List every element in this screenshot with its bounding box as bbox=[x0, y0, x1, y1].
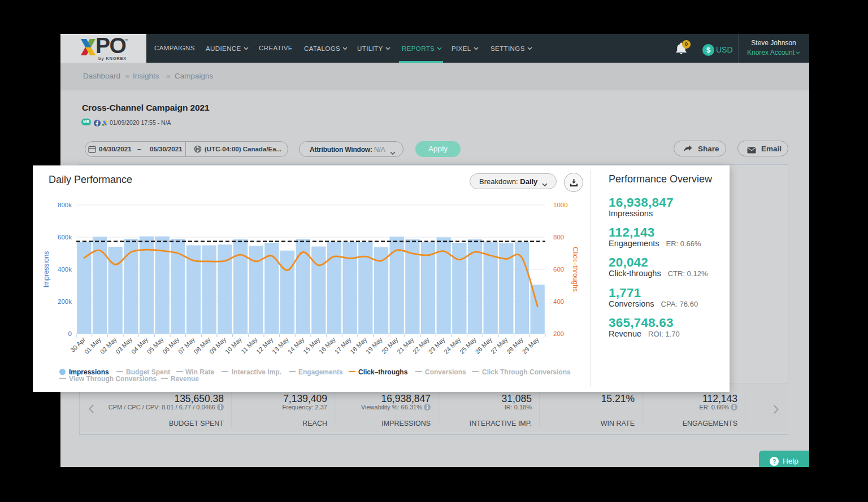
svg-text:08 May: 08 May bbox=[193, 336, 212, 355]
svg-text:24 May: 24 May bbox=[442, 336, 462, 355]
svg-text:20 May: 20 May bbox=[380, 336, 400, 355]
svg-text:10 May: 10 May bbox=[224, 336, 243, 355]
svg-text:17 May: 17 May bbox=[333, 336, 353, 355]
svg-text:13 May: 13 May bbox=[271, 336, 290, 355]
svg-text:12 May: 12 May bbox=[255, 336, 274, 355]
svg-text:26 May: 26 May bbox=[474, 336, 493, 355]
svg-text:23 May: 23 May bbox=[427, 336, 446, 355]
svg-text:14 May: 14 May bbox=[287, 336, 306, 355]
svg-text:25 May: 25 May bbox=[458, 336, 478, 355]
svg-text:06 May: 06 May bbox=[161, 336, 180, 355]
svg-text:400k: 400k bbox=[58, 266, 72, 273]
svg-text:?: ? bbox=[772, 458, 776, 465]
svg-text:600: 600 bbox=[553, 266, 564, 273]
svg-text:29 May: 29 May bbox=[521, 336, 540, 355]
svg-text:01 May: 01 May bbox=[83, 336, 102, 355]
svg-text:Click–throughs: Click–throughs bbox=[571, 247, 579, 291]
svg-text:05 May: 05 May bbox=[146, 336, 165, 355]
svg-text:19 May: 19 May bbox=[364, 336, 384, 355]
svg-text:22 May: 22 May bbox=[411, 336, 431, 355]
svg-text:1000: 1000 bbox=[553, 202, 568, 208]
svg-text:21 May: 21 May bbox=[396, 336, 415, 355]
svg-text:800: 800 bbox=[553, 234, 564, 241]
svg-text:600k: 600k bbox=[58, 234, 72, 241]
svg-text:09 May: 09 May bbox=[208, 336, 227, 355]
svg-text:800k: 800k bbox=[58, 202, 72, 208]
svg-text:18 May: 18 May bbox=[349, 336, 368, 355]
svg-text:15 May: 15 May bbox=[302, 336, 321, 355]
svg-text:0: 0 bbox=[68, 330, 72, 337]
svg-text:03 May: 03 May bbox=[114, 336, 133, 355]
svg-text:02 May: 02 May bbox=[99, 336, 118, 355]
svg-text:07 May: 07 May bbox=[177, 336, 196, 355]
svg-text:200: 200 bbox=[553, 330, 564, 337]
svg-text:04 May: 04 May bbox=[130, 336, 149, 355]
svg-text:28 May: 28 May bbox=[505, 336, 524, 355]
svg-text:200k: 200k bbox=[58, 298, 72, 305]
svg-text:400: 400 bbox=[553, 298, 564, 305]
svg-text:Impressions: Impressions bbox=[42, 251, 50, 288]
svg-text:16 May: 16 May bbox=[318, 336, 337, 355]
svg-text:27 May: 27 May bbox=[489, 336, 509, 355]
